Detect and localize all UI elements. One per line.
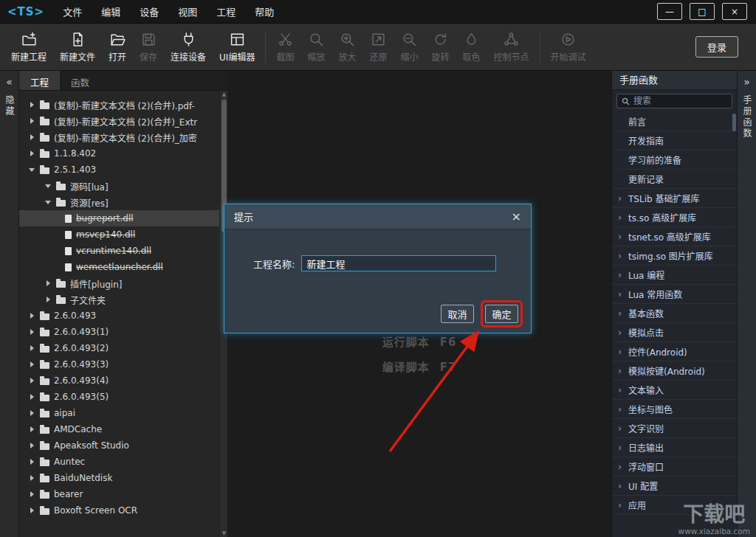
tree-item[interactable]: msvcp140.dll	[19, 226, 219, 243]
manual-item[interactable]: ›控件(Android)	[612, 342, 737, 361]
expand-right-icon[interactable]: »	[738, 76, 756, 88]
expander-collapsed-icon[interactable]	[44, 279, 53, 288]
manual-item[interactable]: ›学习前的准备	[612, 150, 737, 170]
tree-item[interactable]: aipai	[19, 405, 219, 421]
tree-item-selected[interactable]: bugreport.dll	[19, 210, 219, 226]
manual-item[interactable]: ›tsimg.so 图片扩展库	[612, 246, 737, 266]
manual-strip-label[interactable]: 手册函数	[740, 95, 753, 139]
new-project-button[interactable]: 新建工程	[4, 29, 53, 66]
expander-collapsed-icon[interactable]	[28, 149, 37, 158]
manual-item[interactable]: ›TSLib 基础扩展库	[612, 189, 737, 208]
expander-collapsed-icon[interactable]	[28, 360, 37, 369]
tree-item[interactable]: 2.6.0.493(4)	[19, 373, 219, 389]
expander-collapsed-icon[interactable]	[44, 295, 53, 304]
project-name-input[interactable]	[301, 255, 496, 271]
collapse-left-icon[interactable]: «	[0, 76, 18, 88]
manual-item[interactable]: ›前言	[612, 112, 737, 131]
tree-item[interactable]: vcruntime140.dll	[19, 243, 219, 259]
connect-device-button[interactable]: 连接设备	[164, 29, 213, 66]
expander-collapsed-icon[interactable]	[28, 490, 37, 499]
manual-item[interactable]: ›文字识别	[612, 419, 737, 438]
manual-item[interactable]: ›坐标与图色	[612, 400, 737, 419]
tree-item[interactable]: BaiduNetdisk	[19, 470, 219, 486]
tree-item[interactable]: (复制)-新建文本文档 (2)(合并)_加密	[19, 129, 219, 145]
menu-file[interactable]: 文件	[53, 1, 92, 22]
expander-collapsed-icon[interactable]	[28, 506, 37, 515]
tab-functions[interactable]: 函数	[60, 71, 100, 90]
manual-item[interactable]: ›模拟按键(Android)	[612, 361, 737, 381]
expander-collapsed-icon[interactable]	[28, 133, 37, 142]
expander-expanded-icon[interactable]	[28, 165, 37, 174]
expander-collapsed-icon[interactable]	[28, 376, 37, 385]
expander-collapsed-icon[interactable]	[28, 457, 37, 466]
dialog-close-icon[interactable]: ×	[512, 211, 521, 223]
tree-item[interactable]: 1.1.8.402	[19, 145, 219, 162]
menu-edit[interactable]: 编辑	[92, 1, 130, 22]
expander-collapsed-icon[interactable]	[28, 100, 37, 109]
menu-help[interactable]: 帮助	[245, 1, 284, 22]
tree-item[interactable]: wemeetlauncher.dll	[19, 259, 219, 275]
manual-item[interactable]: ›文本输入	[612, 381, 737, 400]
manual-item[interactable]: ›更新记录	[612, 170, 737, 189]
expander-expanded-icon[interactable]	[44, 198, 53, 207]
cancel-button[interactable]: 取消	[441, 305, 474, 323]
tab-project[interactable]: 工程	[19, 71, 60, 90]
tree-item[interactable]: 插件[plugin]	[19, 275, 219, 291]
tree-item[interactable]: 2.5.1.403	[19, 162, 219, 178]
manual-scrollbar-thumb[interactable]	[732, 114, 736, 131]
expander-collapsed-icon[interactable]	[28, 425, 37, 434]
search-box[interactable]	[616, 94, 732, 108]
expander-expanded-icon[interactable]	[44, 181, 53, 190]
tree-item[interactable]: 2.6.0.493(1)	[19, 324, 219, 340]
expander-collapsed-icon[interactable]	[28, 117, 37, 125]
tree-item[interactable]: Apeaksoft Studio	[19, 437, 219, 454]
manual-item[interactable]: ›ts.so 高级扩展库	[612, 208, 737, 227]
new-file-button[interactable]: 新建文件	[53, 29, 102, 66]
scroll-up-icon[interactable]	[220, 91, 227, 97]
manual-item[interactable]: ›UI 配置	[612, 477, 737, 496]
close-button[interactable]: ×	[722, 3, 747, 20]
expander-collapsed-icon[interactable]	[28, 409, 37, 418]
tree-item[interactable]: 2.6.0.493(5)	[19, 389, 219, 405]
expander-collapsed-icon[interactable]	[28, 311, 37, 320]
manual-item[interactable]: ›开发指南	[612, 131, 737, 150]
manual-item[interactable]: ›基本函数	[612, 304, 737, 323]
open-button[interactable]: 打开	[102, 29, 133, 66]
manual-item[interactable]: ›Lua 常用函数	[612, 285, 737, 304]
right-expand-strip[interactable]: » 手册函数	[737, 71, 756, 537]
tree-item[interactable]: bearer	[19, 486, 219, 502]
minimize-button[interactable]: —	[657, 3, 682, 20]
expander-collapsed-icon[interactable]	[28, 474, 37, 482]
tree-item[interactable]: 2.6.0.493	[19, 308, 219, 324]
menu-device[interactable]: 设备	[130, 1, 168, 22]
manual-item[interactable]: ›tsnet.so 高级扩展库	[612, 227, 737, 246]
expander-collapsed-icon[interactable]	[28, 344, 37, 353]
tree-item[interactable]: 2.6.0.493(2)	[19, 340, 219, 356]
scroll-down-icon[interactable]	[220, 530, 227, 536]
ui-editor-button[interactable]: UI编辑器	[213, 29, 261, 66]
tree-item[interactable]: 子文件夹	[19, 291, 219, 308]
tree-item[interactable]: AMDCache	[19, 421, 219, 437]
tree-item[interactable]: Auntec	[19, 454, 219, 470]
login-button[interactable]: 登录	[695, 36, 738, 58]
expander-collapsed-icon[interactable]	[28, 392, 37, 401]
manual-item[interactable]: ›Lua 编程	[612, 266, 737, 285]
tree-item[interactable]: Boxoft Screen OCR	[19, 502, 219, 519]
manual-item[interactable]: ›模拟点击	[612, 323, 737, 342]
manual-item[interactable]: ›浮动窗口	[612, 457, 737, 477]
maximize-button[interactable]: □	[690, 3, 715, 20]
tree-item[interactable]: 源码[lua]	[19, 178, 219, 194]
tree-item[interactable]: (复制)-新建文本文档 (2)(合并).pdf-	[19, 97, 219, 113]
menu-view[interactable]: 视图	[168, 1, 207, 22]
tree-item[interactable]: 资源[res]	[19, 194, 219, 210]
tree-item[interactable]: (复制)-新建文本文档 (2)(合并)_Extr	[19, 113, 219, 129]
tree-item[interactable]: 2.6.0.493(3)	[19, 356, 219, 373]
menu-project[interactable]: 工程	[207, 1, 245, 22]
left-collapse-strip[interactable]: « 隐藏	[0, 71, 19, 537]
expander-collapsed-icon[interactable]	[28, 328, 37, 336]
search-input[interactable]	[633, 96, 727, 106]
manual-item[interactable]: ›日志输出	[612, 438, 737, 457]
ok-button[interactable]: 确定	[485, 305, 518, 323]
expander-collapsed-icon[interactable]	[28, 441, 37, 450]
hide-panel-label[interactable]: 隐藏	[3, 95, 16, 117]
